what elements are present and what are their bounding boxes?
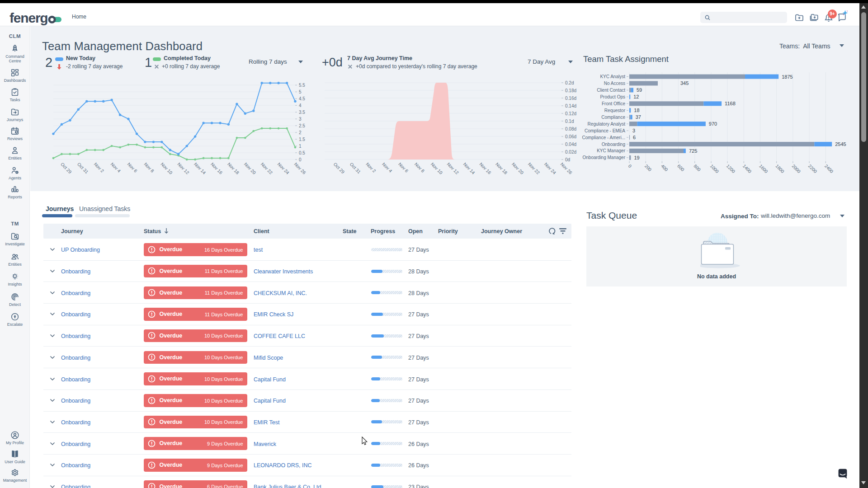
svg-text:Nov 20: Nov 20	[243, 162, 257, 175]
svg-text:1800: 1800	[774, 164, 785, 174]
svg-text:Nov 12: Nov 12	[446, 162, 460, 175]
svg-text:Nov 14: Nov 14	[193, 162, 207, 175]
svg-text:Nov 2: Nov 2	[365, 162, 377, 174]
svg-text:Nov 26: Nov 26	[293, 162, 307, 175]
svg-text:Front Office: Front Office	[602, 101, 625, 106]
svg-text:0.1d: 0.1d	[565, 119, 574, 124]
svg-text:Requestor: Requestor	[604, 108, 626, 113]
svg-text:5: 5	[299, 89, 302, 94]
svg-text:1200: 1200	[726, 164, 736, 174]
svg-text:0.2d: 0.2d	[565, 80, 574, 85]
svg-text:400: 400	[660, 164, 669, 173]
svg-text:Nov 14: Nov 14	[462, 162, 476, 175]
svg-text:0d: 0d	[565, 157, 570, 162]
svg-text:0.02d: 0.02d	[565, 150, 576, 155]
svg-text:37: 37	[636, 114, 641, 120]
svg-text:Compliance - Ameri...: Compliance - Ameri...	[582, 135, 625, 140]
svg-text:Nov 10: Nov 10	[160, 162, 173, 175]
svg-text:Nov 2: Nov 2	[93, 162, 105, 174]
svg-text:0.04d: 0.04d	[565, 142, 576, 147]
svg-text:Nov 26: Nov 26	[560, 162, 573, 175]
svg-text:0.08d: 0.08d	[565, 127, 576, 131]
svg-text:2: 2	[299, 130, 302, 135]
svg-text:0.12d: 0.12d	[565, 111, 576, 116]
svg-text:4: 4	[299, 103, 302, 108]
svg-text:Nov 8: Nov 8	[414, 162, 426, 174]
svg-text:2.5: 2.5	[299, 123, 305, 128]
svg-text:Nov 24: Nov 24	[277, 162, 290, 175]
svg-text:Nov 4: Nov 4	[110, 162, 122, 174]
svg-text:Nov 4: Nov 4	[381, 162, 393, 174]
svg-text:725: 725	[689, 148, 697, 154]
svg-text:Product Ops: Product Ops	[600, 94, 625, 99]
svg-text:Nov 8: Nov 8	[143, 162, 155, 174]
svg-text:Nov 20: Nov 20	[511, 162, 524, 175]
svg-text:0.5: 0.5	[299, 150, 305, 155]
svg-text:No Access: No Access	[604, 81, 625, 86]
svg-text:Oct 31: Oct 31	[349, 162, 362, 175]
svg-text:Regulatory Analyst: Regulatory Analyst	[588, 122, 626, 127]
svg-text:0.06d: 0.06d	[565, 134, 576, 139]
svg-text:2545: 2545	[835, 141, 846, 147]
svg-text:Nov 16: Nov 16	[478, 162, 492, 175]
svg-text:Nov 16: Nov 16	[210, 162, 223, 175]
svg-text:18: 18	[634, 108, 639, 113]
svg-text:6: 6	[633, 135, 636, 140]
svg-text:0.16d: 0.16d	[565, 96, 576, 101]
svg-text:0: 0	[299, 157, 302, 162]
svg-text:970: 970	[709, 121, 717, 127]
svg-text:2200: 2200	[807, 164, 818, 174]
svg-text:Nov 12: Nov 12	[176, 162, 190, 175]
svg-text:Nov 6: Nov 6	[397, 162, 410, 174]
svg-text:Client Contact: Client Contact	[597, 88, 625, 93]
svg-text:345: 345	[680, 80, 689, 86]
svg-text:0.14d: 0.14d	[565, 103, 576, 108]
svg-text:Onboarding Manager: Onboarding Manager	[582, 155, 625, 160]
svg-text:3: 3	[632, 128, 635, 133]
svg-text:3.5: 3.5	[299, 110, 305, 115]
svg-text:1400: 1400	[742, 164, 753, 174]
svg-text:0: 0	[627, 164, 633, 169]
svg-text:2400: 2400	[824, 164, 835, 174]
svg-text:Nov 6: Nov 6	[127, 162, 139, 174]
svg-text:Nov 18: Nov 18	[226, 162, 240, 175]
svg-text:Nov 22: Nov 22	[260, 162, 274, 175]
svg-text:0.18d: 0.18d	[565, 88, 576, 93]
svg-text:59: 59	[637, 87, 642, 93]
svg-text:Oct 29: Oct 29	[333, 162, 346, 175]
svg-text:3: 3	[299, 117, 302, 122]
svg-text:1: 1	[299, 144, 302, 149]
svg-text:1875: 1875	[782, 74, 793, 80]
svg-text:2000: 2000	[791, 164, 802, 174]
svg-text:5.5: 5.5	[299, 83, 305, 88]
svg-text:1168: 1168	[725, 101, 736, 106]
svg-text:1000: 1000	[709, 164, 720, 174]
svg-text:Nov 10: Nov 10	[430, 162, 443, 175]
svg-text:200: 200	[644, 164, 653, 173]
svg-text:Compliance: Compliance	[601, 115, 625, 120]
svg-text:Nov 22: Nov 22	[527, 162, 541, 175]
svg-text:Nov 18: Nov 18	[495, 162, 508, 175]
svg-text:Onboarding: Onboarding	[602, 142, 625, 147]
svg-text:KYC Analyst: KYC Analyst	[600, 74, 625, 79]
svg-text:KYC Manager: KYC Manager	[597, 148, 625, 153]
svg-text:Oct 29: Oct 29	[60, 162, 73, 175]
svg-text:Compliance - EMEA: Compliance - EMEA	[585, 128, 625, 133]
svg-text:1600: 1600	[758, 164, 769, 174]
svg-text:12: 12	[633, 94, 639, 99]
svg-text:Oct 31: Oct 31	[76, 162, 90, 175]
svg-text:600: 600	[676, 164, 685, 173]
svg-text:19: 19	[634, 155, 639, 160]
svg-text:Nov 24: Nov 24	[543, 162, 557, 175]
svg-text:1.5: 1.5	[299, 137, 305, 142]
svg-text:800: 800	[693, 164, 702, 173]
svg-text:4.5: 4.5	[299, 96, 305, 101]
